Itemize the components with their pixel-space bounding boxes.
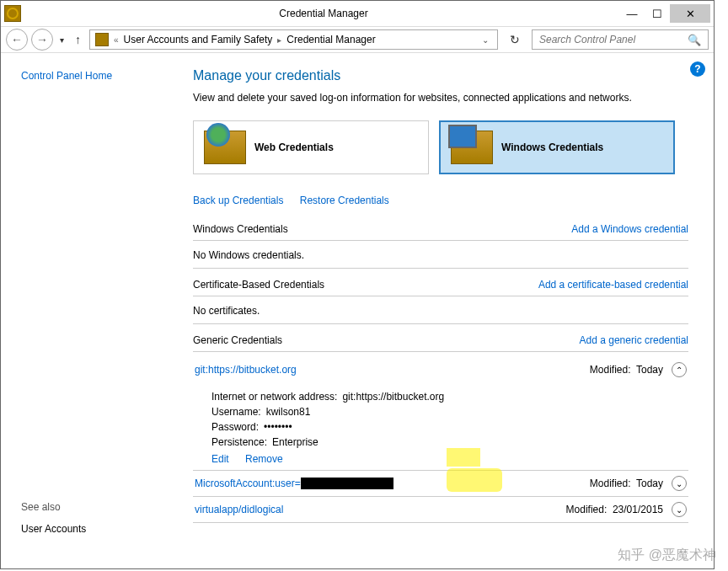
windows-credentials-icon xyxy=(451,131,493,164)
expand-icon[interactable]: ⌄ xyxy=(672,476,687,491)
search-input[interactable] xyxy=(539,34,682,45)
breadcrumb-parent[interactable]: User Accounts and Family Safety xyxy=(124,34,273,45)
minimize-button[interactable]: — xyxy=(619,4,645,23)
username-label: Username: xyxy=(211,406,261,418)
modified-label: Modified: xyxy=(566,504,608,515)
sidebar: Control Panel Home See also User Account… xyxy=(1,53,186,568)
watermark: 知乎 @恶魔术神 xyxy=(618,547,716,564)
breadcrumb-current[interactable]: Credential Manager xyxy=(286,34,375,45)
location-icon xyxy=(95,33,109,46)
persistence-label: Persistence: xyxy=(211,436,267,448)
maximize-button[interactable]: ☐ xyxy=(645,4,670,23)
app-icon xyxy=(4,5,21,22)
modified-label: Modified: xyxy=(590,364,631,376)
up-button[interactable]: ↑ xyxy=(70,33,86,46)
chevron-right-icon: ▸ xyxy=(277,35,281,45)
username-value: kwilson81 xyxy=(266,406,311,418)
modified-label: Modified: xyxy=(590,478,631,489)
page-subheading: View and delete your saved log-on inform… xyxy=(193,92,688,104)
collapse-icon[interactable]: ⌃ xyxy=(672,362,687,377)
forward-button[interactable]: → xyxy=(31,29,53,51)
windows-credentials-section-title: Windows Credentials xyxy=(193,223,288,235)
password-value: •••••••• xyxy=(264,421,292,433)
address-bar[interactable]: « User Accounts and Family Safety ▸ Cred… xyxy=(89,29,498,50)
windows-credentials-label: Windows Credentials xyxy=(501,141,603,153)
address-value: git:https://bitbucket.org xyxy=(342,391,444,403)
web-credentials-label: Web Credentials xyxy=(254,141,334,153)
main-content: Manage your credentials View and delete … xyxy=(186,53,714,568)
modified-value: Today xyxy=(636,364,663,376)
credential-entry-name[interactable]: MicrosoftAccount:user= xyxy=(195,478,393,490)
edit-credential-link[interactable]: Edit xyxy=(211,453,229,465)
control-panel-home-link[interactable]: Control Panel Home xyxy=(21,70,166,82)
address-dropdown[interactable]: ⌄ xyxy=(479,35,492,45)
expand-icon[interactable]: ⌄ xyxy=(672,502,687,517)
see-also-user-accounts[interactable]: User Accounts xyxy=(21,523,86,535)
credential-entry-name[interactable]: virtualapp/didlogical xyxy=(195,504,283,515)
page-heading: Manage your credentials xyxy=(193,68,688,83)
see-also-label: See also xyxy=(21,501,86,513)
add-cert-credential-link[interactable]: Add a certificate-based credential xyxy=(538,279,688,291)
backup-credentials-link[interactable]: Back up Credentials xyxy=(193,195,283,206)
password-label: Password: xyxy=(211,421,259,433)
window-title: Credential Manager xyxy=(28,8,619,19)
redacted-value xyxy=(301,478,393,489)
modified-value: Today xyxy=(636,478,663,489)
no-certificates-text: No certificates. xyxy=(193,302,688,324)
no-windows-credentials-text: No Windows credentials. xyxy=(193,246,688,269)
back-button[interactable]: ← xyxy=(6,29,28,51)
refresh-button[interactable]: ↻ xyxy=(501,33,528,46)
help-icon[interactable]: ? xyxy=(690,61,705,77)
address-label: Internet or network address: xyxy=(211,391,337,403)
web-credentials-icon xyxy=(204,131,246,164)
generic-credentials-section-title: Generic Credentials xyxy=(193,334,282,346)
history-dropdown[interactable]: ▾ xyxy=(56,29,67,51)
close-button[interactable]: ✕ xyxy=(670,4,710,23)
search-box[interactable]: 🔍 xyxy=(532,29,709,50)
remove-credential-link[interactable]: Remove xyxy=(245,453,283,465)
restore-credentials-link[interactable]: Restore Credentials xyxy=(300,195,389,206)
chevron-left-icon: « xyxy=(114,35,119,45)
cert-credentials-section-title: Certificate-Based Credentials xyxy=(193,279,324,291)
credential-entry-name[interactable]: git:https://bitbucket.org xyxy=(195,364,297,376)
navigation-bar: ← → ▾ ↑ « User Accounts and Family Safet… xyxy=(1,26,714,53)
titlebar: Credential Manager — ☐ ✕ xyxy=(1,1,714,26)
persistence-value: Enterprise xyxy=(272,436,318,448)
modified-value: 23/01/2015 xyxy=(613,504,663,515)
search-icon[interactable]: 🔍 xyxy=(688,34,701,46)
windows-credentials-tile[interactable]: Windows Credentials xyxy=(439,120,675,174)
credential-details: Internet or network address:git:https://… xyxy=(193,382,688,471)
add-generic-credential-link[interactable]: Add a generic credential xyxy=(580,334,688,346)
web-credentials-tile[interactable]: Web Credentials xyxy=(193,120,429,174)
add-windows-credential-link[interactable]: Add a Windows credential xyxy=(571,223,688,235)
